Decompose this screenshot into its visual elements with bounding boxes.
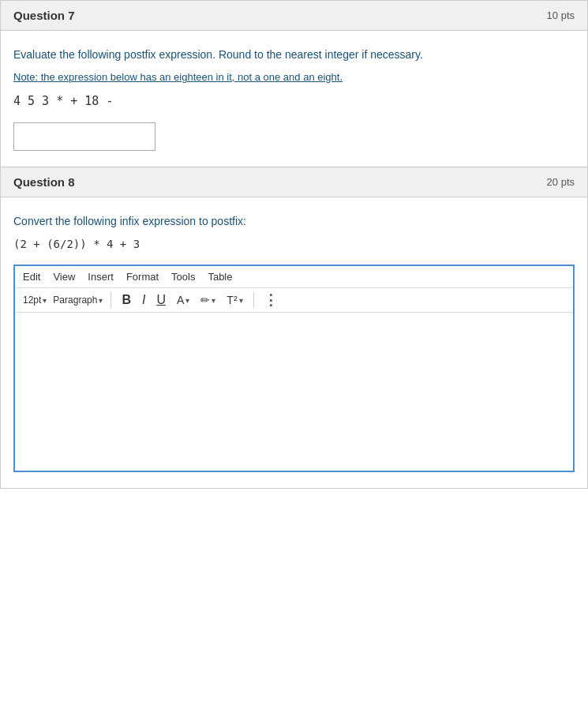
question-7-header: Question 7 10 pts [1,1,587,31]
font-size-chevron: ▾ [43,296,47,305]
question-8-title: Question 8 [13,175,75,189]
question-7-expression: 4 5 3 * + 18 - [13,94,575,108]
font-size-select[interactable]: 12pt ▾ [21,293,48,307]
bold-button[interactable]: B [118,291,135,309]
editor-menubar: Edit View Insert Format Tools Table [15,266,573,288]
question-8-pts: 20 pts [547,176,575,188]
text-color-button[interactable]: A ▾ [173,292,193,308]
menu-insert[interactable]: Insert [88,271,114,283]
question-7-pts: 10 pts [547,9,575,21]
superscript-chevron: ▾ [239,296,243,305]
superscript-button[interactable]: T² ▾ [223,292,246,308]
highlight-label: ✏ [200,294,210,306]
question-7-block: Question 7 10 pts Evaluate the following… [0,0,588,167]
paragraph-style-select[interactable]: Paragraph ▾ [51,293,104,307]
menu-format[interactable]: Format [126,271,159,283]
question-8-expression: (2 + (6/2)) * 4 + 3 [13,238,575,250]
menu-tools[interactable]: Tools [171,271,195,283]
editor-toolbar: 12pt ▾ Paragraph ▾ B I U A ▾ ✏ ▾ [15,288,573,313]
question-7-answer-input[interactable] [13,122,155,151]
editor-content-area[interactable] [15,313,573,471]
menu-edit[interactable]: Edit [23,271,40,283]
paragraph-style-chevron: ▾ [99,296,103,305]
superscript-label: T² [227,294,237,306]
more-options-button[interactable]: ⋮ [260,291,281,309]
text-color-chevron: ▾ [185,296,189,305]
underline-button[interactable]: U [152,291,170,309]
question-8-block: Question 8 20 pts Convert the following … [0,167,588,489]
question-8-header: Question 8 20 pts [1,167,587,197]
italic-button[interactable]: I [138,291,149,309]
text-color-label: A [177,294,184,306]
question-7-title: Question 7 [13,9,75,22]
highlight-chevron: ▾ [212,296,215,305]
question-8-body: Convert the following infix expression t… [1,197,587,488]
paragraph-style-value: Paragraph [53,295,97,306]
question-7-text: Evaluate the following postfix expressio… [13,47,575,63]
menu-view[interactable]: View [53,271,75,283]
toolbar-divider-2 [253,292,254,308]
highlight-button[interactable]: ✏ ▾ [197,292,219,308]
menu-table[interactable]: Table [208,271,232,283]
question-7-body: Evaluate the following postfix expressio… [1,31,587,167]
question-7-note: Note: the expression below has an eighte… [13,71,575,83]
question-8-text: Convert the following infix expression t… [13,213,575,230]
rich-text-editor: Edit View Insert Format Tools Table 12pt… [13,265,575,472]
note-label: Note: [13,71,38,83]
note-body: the expression below has an eighteen in … [38,71,343,83]
toolbar-divider-1 [110,292,111,308]
font-size-value: 12pt [23,295,41,306]
